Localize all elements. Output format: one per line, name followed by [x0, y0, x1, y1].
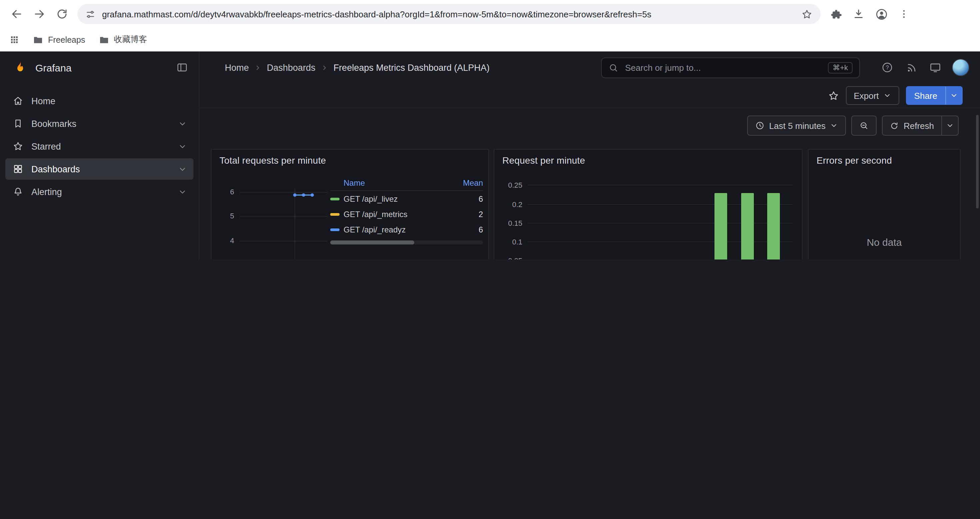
browser-menu-icon[interactable]: [892, 3, 915, 26]
chevron-down-icon[interactable]: [178, 164, 187, 173]
search-box[interactable]: ⌘+k: [601, 57, 860, 78]
sidebar-item-label: Starred: [31, 141, 61, 151]
downloads-icon[interactable]: [847, 3, 870, 26]
panel-title[interactable]: Total requests per minute: [220, 155, 326, 166]
series-name: GET /api/_readyz: [344, 225, 450, 234]
time-range-label: Last 5 minutes: [769, 121, 826, 131]
grafana-main: Home Dashboards Freeleaps Metrics Dashbo…: [199, 51, 980, 260]
legend-row[interactable]: GET /api/_livez 6: [330, 191, 483, 206]
chevron-down-icon[interactable]: [178, 119, 187, 128]
news-rss-icon[interactable]: [901, 57, 921, 77]
chevron-down-icon[interactable]: [178, 142, 187, 151]
site-settings-icon[interactable]: [85, 9, 95, 19]
series-swatch: [330, 228, 340, 231]
sidebar-item-label: Alerting: [31, 187, 62, 197]
folder-icon: [33, 34, 43, 45]
bookmark-label: 收藏博客: [114, 34, 147, 45]
sidebar-item-starred[interactable]: Starred: [5, 136, 194, 157]
forward-button[interactable]: [28, 3, 51, 26]
search-icon: [608, 63, 619, 73]
search-shortcut-badge: ⌘+k: [828, 62, 853, 73]
folder-icon: [99, 34, 109, 45]
export-label: Export: [854, 91, 878, 101]
y-tick: 4: [215, 236, 234, 245]
time-range-picker[interactable]: Last 5 minutes: [747, 115, 846, 136]
bookmark-label: Freeleaps: [48, 35, 85, 45]
y-tick: 5: [215, 212, 234, 220]
sidebar-item-bookmarks[interactable]: Bookmarks: [5, 113, 194, 134]
bookmarks-bar: Freeleaps 收藏博客: [0, 28, 980, 51]
grafana-logo-icon[interactable]: [12, 59, 28, 75]
legend-header-name[interactable]: Name: [330, 178, 450, 187]
reload-button[interactable]: [51, 3, 73, 26]
series-name: GET /api/_livez: [344, 194, 450, 203]
clock-icon: [755, 121, 765, 130]
legend-table: Name Mean GET /api/_livez 6 GET /api/_me…: [330, 175, 483, 244]
sidebar-item-label: Bookmarks: [31, 118, 76, 129]
legend-row[interactable]: GET /api/_readyz 6: [330, 222, 483, 237]
search-input[interactable]: [624, 62, 822, 73]
scrollbar-thumb[interactable]: [330, 241, 414, 244]
chevron-down-icon: [830, 121, 838, 129]
favorite-star-icon[interactable]: [827, 90, 839, 101]
refresh-button[interactable]: Refresh: [882, 115, 942, 136]
y-tick: 0.15: [497, 219, 522, 228]
sidebar-item-alerting[interactable]: Alerting: [5, 181, 194, 203]
zoom-out-button[interactable]: [851, 115, 877, 136]
breadcrumb-dashboards[interactable]: Dashboards: [267, 62, 315, 72]
legend-scrollbar[interactable]: [330, 241, 483, 244]
share-button[interactable]: Share: [906, 86, 945, 105]
bell-icon: [12, 186, 24, 197]
series-swatch: [330, 213, 340, 216]
no-data-message: No data: [808, 236, 960, 248]
sidebar-item-home[interactable]: Home: [5, 90, 194, 112]
bookmark-icon: [12, 118, 24, 129]
legend-row[interactable]: GET /api/_metrics 2: [330, 206, 483, 222]
refresh-label: Refresh: [904, 121, 934, 131]
y-tick: 0.1: [497, 238, 522, 246]
panel-total-requests: Total requests per minute 6 5 4 3 2 17:4…: [211, 149, 489, 260]
profile-icon[interactable]: [870, 3, 892, 26]
y-tick: 0.05: [497, 257, 522, 260]
share-label: Share: [914, 91, 937, 101]
kiosk-monitor-icon[interactable]: [925, 57, 945, 77]
panel-errors-per-second: Errors per second No data: [808, 149, 961, 260]
chevron-down-icon[interactable]: [178, 187, 187, 196]
back-button[interactable]: [5, 3, 28, 26]
help-icon[interactable]: ?: [877, 57, 897, 77]
dashboard-actionbar: Export Share: [199, 83, 980, 108]
bookmark-star-icon[interactable]: [801, 8, 813, 20]
bookmark-folder-blogs[interactable]: 收藏博客: [99, 34, 147, 45]
share-dropdown-button[interactable]: [945, 86, 963, 105]
chevron-down-icon: [884, 91, 892, 99]
refresh-interval-dropdown[interactable]: [941, 115, 959, 136]
grafana-brand: Grafana: [35, 62, 72, 73]
dashboard-canvas: Total requests per minute 6 5 4 3 2 17:4…: [199, 143, 980, 260]
legend-header-row: Name Mean: [330, 175, 483, 191]
legend-header-mean[interactable]: Mean: [450, 178, 483, 187]
series-name: GET /api/_metrics: [344, 209, 450, 219]
extensions-icon[interactable]: [824, 3, 847, 26]
export-button[interactable]: Export: [846, 86, 899, 105]
chevron-right-icon: [321, 64, 328, 71]
dashboard-topbar: Home Dashboards Freeleaps Metrics Dashbo…: [199, 51, 980, 83]
panel-request-per-minute: Request per minute 0.25 0.2 0.15 0.1 0.0…: [494, 149, 803, 260]
bookmark-folder-freeleaps[interactable]: Freeleaps: [33, 34, 85, 45]
y-tick: 0.2: [497, 200, 522, 209]
panel-title[interactable]: Request per minute: [502, 155, 585, 166]
breadcrumb: Home Dashboards Freeleaps Metrics Dashbo…: [225, 62, 490, 72]
panel-title[interactable]: Errors per second: [816, 155, 892, 166]
chevron-down-icon: [946, 121, 954, 129]
browser-toolbar: grafana.mathmast.com/d/deytv4rwavabkb/fr…: [0, 0, 980, 28]
breadcrumb-current: Freeleaps Metrics Dashboard (ALPHA): [334, 62, 490, 72]
y-tick: 6: [215, 188, 234, 196]
breadcrumb-home[interactable]: Home: [225, 62, 249, 72]
sidebar-item-dashboards[interactable]: Dashboards: [5, 158, 194, 180]
series-mean: 6: [450, 225, 483, 234]
chevron-down-icon: [950, 91, 958, 99]
apps-grid-icon[interactable]: [10, 35, 19, 45]
user-avatar[interactable]: [952, 59, 969, 76]
home-icon: [12, 96, 24, 106]
address-bar[interactable]: grafana.mathmast.com/d/deytv4rwavabkb/fr…: [77, 4, 821, 24]
sidebar-toggle-icon[interactable]: [176, 61, 188, 73]
